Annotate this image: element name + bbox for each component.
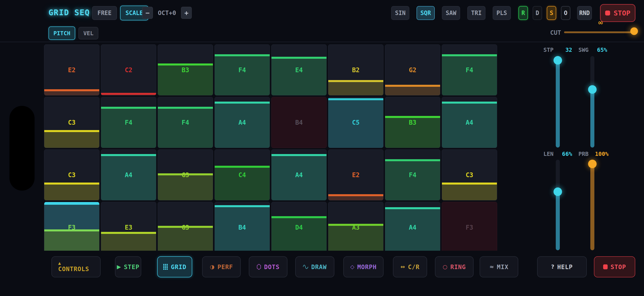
tab-pitch[interactable]: PITCH: [48, 26, 75, 40]
slider-label: PRB: [578, 151, 588, 157]
rnd-button[interactable]: RND: [577, 6, 592, 20]
pitch-fill: [328, 196, 383, 200]
draw-button[interactable]: DRAW: [295, 256, 334, 277]
pitch-bar: [442, 102, 497, 104]
perf-button[interactable]: ◑PERF: [202, 256, 241, 277]
slider-fill: [590, 85, 594, 148]
grid-cell[interactable]: A4: [385, 202, 440, 251]
waveform-tri[interactable]: TRI: [467, 6, 486, 20]
side-pill: [10, 106, 34, 191]
cut-slider-knob[interactable]: [630, 27, 638, 35]
slider-value: 66%: [562, 151, 572, 157]
step-button[interactable]: ▶STEP: [115, 256, 141, 277]
grid-cell[interactable]: C5: [328, 97, 384, 148]
grid-cell[interactable]: G3: [158, 202, 213, 251]
grid-cell[interactable]: A3: [328, 202, 384, 251]
grid-cell[interactable]: F3: [44, 202, 100, 251]
grid-cell[interactable]: F4: [385, 149, 440, 200]
dots-button[interactable]: DOTS: [249, 256, 288, 277]
grid-cell[interactable]: F4: [158, 97, 213, 148]
grid-icon: [163, 264, 168, 270]
mod-toggle-s[interactable]: S: [547, 6, 556, 20]
grid-cell[interactable]: B3: [158, 44, 213, 96]
grid-cell[interactable]: F4: [101, 97, 156, 148]
grid-cell[interactable]: B4: [214, 202, 270, 251]
grid-cell[interactable]: G2: [385, 44, 440, 96]
note-label: A4: [272, 171, 326, 179]
len-slider-knob[interactable]: [554, 187, 562, 196]
waveform-pls[interactable]: PLS: [493, 6, 511, 20]
header-divider: [0, 42, 644, 42]
grid-cell[interactable]: C2: [101, 44, 156, 96]
bottom-button-label: STOP: [610, 264, 626, 271]
half-circle-icon: ◑: [210, 264, 215, 270]
len-slider-labels: LEN66%: [544, 151, 572, 157]
grid-cell[interactable]: E2: [44, 44, 100, 96]
help-button[interactable]: ?HELP: [537, 256, 587, 277]
grid-cell[interactable]: G3: [158, 149, 213, 200]
pitch-bar: [101, 93, 156, 95]
grid-cell[interactable]: B4: [271, 97, 327, 148]
mod-toggle-group: RDSO: [518, 6, 570, 20]
morph-button[interactable]: ◇MORPH: [343, 256, 384, 277]
stop-button[interactable]: STOP: [594, 256, 635, 277]
bottom-button-label: CONTROLS: [58, 266, 89, 273]
waveform-sqr[interactable]: SQR: [416, 6, 435, 20]
grid-cell[interactable]: F4: [214, 44, 270, 96]
grid-cell[interactable]: A4: [214, 97, 270, 148]
mix-button[interactable]: ≈MIX: [480, 256, 518, 277]
pitch-bar: [328, 80, 383, 82]
pitch-fill: [442, 184, 497, 200]
ring-button[interactable]: ○RING: [435, 256, 474, 277]
grid-cell[interactable]: F4: [442, 44, 497, 96]
grid-cell[interactable]: E3: [101, 202, 156, 251]
mod-toggle-r[interactable]: R: [518, 6, 528, 20]
waveform-saw[interactable]: SAW: [442, 6, 460, 20]
stp-slider-track[interactable]: [556, 56, 560, 148]
stp-slider-knob[interactable]: [554, 56, 562, 65]
grid-cell[interactable]: F3: [442, 202, 497, 251]
waveform-sin[interactable]: SIN: [391, 6, 409, 20]
pitch-fill: [158, 175, 213, 200]
note-label: A4: [215, 119, 270, 126]
grid-button[interactable]: GRID: [157, 256, 192, 277]
swg-slider-knob[interactable]: [588, 85, 596, 94]
slider-fill: [556, 187, 560, 250]
cut-slider-track[interactable]: [564, 31, 634, 33]
tab-vel[interactable]: VEL: [78, 27, 98, 39]
grid-cell[interactable]: C3: [44, 149, 100, 200]
octave-minus-button[interactable]: −: [142, 7, 153, 19]
grid-cell[interactable]: D4: [271, 202, 327, 251]
c-r-button[interactable]: ⇔C/R: [393, 256, 427, 277]
grid-cell[interactable]: E2: [328, 149, 384, 200]
mod-toggle-d[interactable]: D: [532, 6, 542, 20]
grid-cell[interactable]: B2: [328, 44, 384, 96]
grid-cell[interactable]: A4: [101, 149, 156, 200]
header-right-controls: SINSQRSAWTRIPLS RDSO RND STOP: [391, 6, 636, 20]
prb-slider-track[interactable]: [590, 160, 594, 250]
pitch-fill: [272, 218, 326, 251]
grid-cell[interactable]: E4: [271, 44, 327, 96]
pitch-fill: [442, 56, 497, 95]
prb-slider-knob[interactable]: [588, 160, 596, 168]
grid-cell[interactable]: C3: [44, 97, 100, 148]
note-label: C3: [44, 119, 99, 126]
stop-button-top[interactable]: STOP: [600, 4, 636, 22]
grid-cell[interactable]: C3: [442, 149, 497, 200]
approx-icon: ≈: [490, 264, 494, 270]
len-slider-track[interactable]: [556, 160, 560, 250]
grid-cell[interactable]: A4: [271, 149, 327, 200]
octave-plus-button[interactable]: +: [181, 7, 192, 19]
bottom-button-label: STEP: [124, 264, 140, 271]
mod-toggle-o[interactable]: O: [561, 6, 570, 20]
grid-cell[interactable]: C4: [214, 149, 270, 200]
controls-button[interactable]: ▲CONTROLS: [52, 256, 100, 277]
pitch-fill: [328, 82, 383, 95]
grid-cell[interactable]: A4: [442, 97, 497, 148]
swg-slider-track[interactable]: [590, 56, 594, 148]
view-tab-group: PITCHVEL: [48, 26, 98, 40]
grid-cell[interactable]: B3: [385, 97, 440, 148]
pitch-fill: [44, 91, 99, 95]
playhead-strip: [44, 202, 99, 205]
scale-mode-free[interactable]: FREE: [92, 6, 117, 20]
